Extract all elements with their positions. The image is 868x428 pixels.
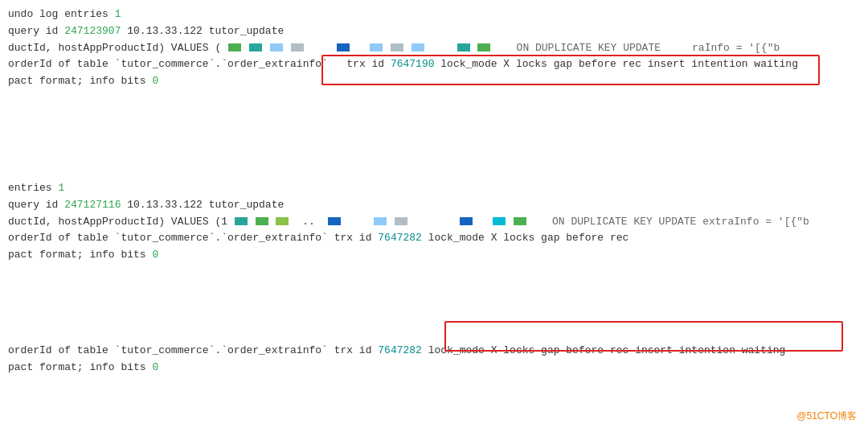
log-line-4: orderId of table `tutor_commerce`.`order…: [8, 56, 860, 73]
log-line-s2-4: orderId of table `tutor_commerce`.`order…: [8, 230, 860, 247]
log-line-s2-3: ductId, hostAppProductId) VALUES (1 .. O…: [8, 214, 860, 231]
log-line-s3-2: pact format; info bits 0: [8, 360, 860, 377]
log-line-5: pact format; info bits 0: [8, 73, 860, 90]
log-line-3: ductId, hostAppProductId) VALUES ( ON DU…: [8, 40, 860, 57]
content-area: undo log entries 1 query id 247123907 10…: [0, 0, 868, 428]
footer: @51CTO博客: [796, 409, 857, 423]
log-line-s3-1: orderId of table `tutor_commerce`.`order…: [8, 343, 860, 360]
log-line-1: undo log entries 1: [8, 6, 860, 23]
log-line-s2-2: query id 247127116 10.13.33.122 tutor_up…: [8, 197, 860, 214]
log-line-s2-5: pact format; info bits 0: [8, 247, 860, 264]
log-line-s2-1: entries 1: [8, 180, 860, 197]
text-query1: query id 247123907 10.13.33.122 tutor_up…: [8, 25, 284, 37]
text-undo: undo log entries 1: [8, 8, 121, 20]
log-line-2: query id 247123907 10.13.33.122 tutor_up…: [8, 23, 860, 40]
footer-text: @51CTO博客: [796, 410, 857, 422]
